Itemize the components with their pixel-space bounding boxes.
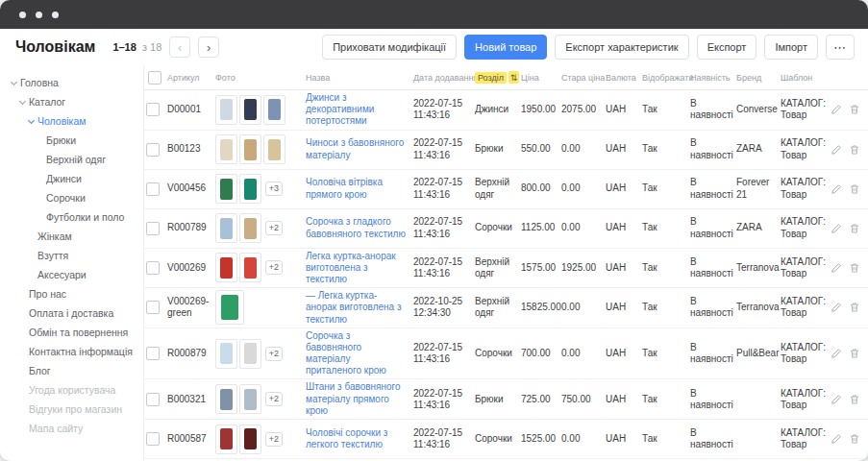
column-header-name[interactable]: Назва <box>306 73 413 83</box>
product-name-link[interactable]: — Легка куртка-анорак виготовлена з текс… <box>306 290 402 324</box>
edit-icon[interactable] <box>831 223 842 234</box>
sidebar-item[interactable]: Каталог <box>4 92 139 111</box>
product-photo[interactable] <box>215 384 237 414</box>
column-header-old_price[interactable]: Стара ціна <box>561 73 606 83</box>
row-checkbox[interactable] <box>146 347 160 360</box>
product-photo[interactable] <box>263 95 285 125</box>
product-photo[interactable] <box>215 213 237 243</box>
more-photos-badge[interactable]: +3 <box>265 182 283 196</box>
more-photos-badge[interactable]: +2 <box>265 260 283 275</box>
window-control-dot[interactable] <box>19 12 26 18</box>
window-control-dot[interactable] <box>36 12 42 18</box>
edit-icon[interactable] <box>831 348 842 359</box>
delete-icon[interactable] <box>849 348 860 359</box>
delete-icon[interactable] <box>849 223 860 234</box>
select-all-checkbox[interactable] <box>148 71 161 85</box>
edit-icon[interactable] <box>831 183 842 195</box>
delete-icon[interactable] <box>849 394 860 405</box>
product-photo[interactable] <box>239 425 261 454</box>
row-checkbox[interactable] <box>146 103 160 116</box>
sidebar-item[interactable]: Про нас <box>4 284 139 303</box>
row-checkbox[interactable] <box>146 432 160 446</box>
row-checkbox[interactable] <box>146 182 160 196</box>
import-button[interactable]: Імпорт <box>764 35 818 60</box>
sidebar-item[interactable]: Контактна інформація <box>4 342 139 361</box>
column-header-section[interactable]: Розділ⇅ <box>475 71 521 84</box>
product-photo[interactable] <box>239 134 261 164</box>
column-header-stock[interactable]: Наявність <box>690 73 736 83</box>
edit-icon[interactable] <box>831 302 842 313</box>
column-header-photo[interactable]: Фото <box>215 73 306 83</box>
delete-icon[interactable] <box>849 302 860 313</box>
product-photo[interactable] <box>239 174 261 204</box>
column-header-brand[interactable]: Бренд <box>736 73 781 83</box>
product-photo[interactable] <box>239 384 261 414</box>
sidebar-item[interactable]: Головна <box>4 73 139 92</box>
product-photo[interactable] <box>215 253 237 282</box>
product-photo[interactable] <box>215 290 244 325</box>
edit-icon[interactable] <box>831 104 842 115</box>
delete-icon[interactable] <box>849 104 860 115</box>
column-header-price[interactable]: Ціна <box>521 73 561 83</box>
product-photo[interactable] <box>263 134 285 164</box>
column-header-sku[interactable]: Артикул <box>167 73 215 83</box>
row-checkbox[interactable] <box>146 143 160 157</box>
column-header-show[interactable]: Відображати <box>642 73 690 83</box>
export-characteristics-button[interactable]: Експорт характеристик <box>555 35 688 60</box>
edit-icon[interactable] <box>831 262 842 274</box>
sidebar-item[interactable]: Джинси <box>4 169 139 188</box>
window-control-dot[interactable] <box>52 12 59 18</box>
product-photo[interactable] <box>239 95 261 125</box>
row-checkbox[interactable] <box>146 261 160 275</box>
hide-modifications-button[interactable]: Приховати модифікації <box>322 35 457 60</box>
sidebar-item[interactable]: Брюки <box>4 131 139 150</box>
product-name-link[interactable]: Легка куртка-анорак виготовлена з тексти… <box>306 251 396 284</box>
more-photos-badge[interactable]: +2 <box>265 221 283 235</box>
product-photo[interactable] <box>215 339 237 369</box>
next-page-button[interactable]: › <box>198 36 219 58</box>
product-photo[interactable] <box>215 95 237 125</box>
product-name-link[interactable]: Сорочка з гладкого бавовняного текстилю <box>306 216 406 238</box>
product-photo[interactable] <box>239 213 261 243</box>
product-name-link[interactable]: Чоловіча вітрівка прямого крою <box>306 177 383 199</box>
product-photo[interactable] <box>215 134 237 164</box>
sidebar-item[interactable]: Жінкам <box>4 227 139 246</box>
product-name-link[interactable]: Чиноси з бавовняного матеріалу <box>306 137 404 159</box>
product-name-link[interactable]: Джинси з декоративними потертостями <box>306 92 374 126</box>
product-name-link[interactable]: Штани з бавовняного матеріалу прямого кр… <box>306 381 401 415</box>
sidebar-item[interactable]: Чоловікам <box>4 111 139 131</box>
product-name-link[interactable]: Сорочка з бавовняного матеріалу притален… <box>306 330 386 376</box>
more-photos-badge[interactable]: +2 <box>265 392 283 406</box>
sidebar-item[interactable]: Відгуки про магазин <box>4 400 139 419</box>
product-photo[interactable] <box>215 174 237 204</box>
edit-icon[interactable] <box>831 144 842 156</box>
more-photos-badge[interactable]: +2 <box>265 432 283 447</box>
sidebar-item[interactable]: Футболки и поло <box>4 207 139 227</box>
sidebar-item[interactable]: Блог <box>4 361 139 380</box>
more-photos-badge[interactable]: +2 <box>265 347 283 361</box>
edit-icon[interactable] <box>831 433 842 445</box>
sidebar-item[interactable]: Угода користувача <box>4 380 139 400</box>
column-header-currency[interactable]: Валюта <box>606 73 642 83</box>
prev-page-button[interactable]: ‹ <box>169 36 190 58</box>
column-header-template[interactable]: Шаблон <box>781 73 829 83</box>
product-photo[interactable] <box>215 425 237 454</box>
product-photo[interactable] <box>239 339 261 369</box>
delete-icon[interactable] <box>849 183 860 195</box>
sidebar-item[interactable]: Обмін та повернення <box>4 323 139 342</box>
sidebar-item[interactable]: Мапа сайту <box>4 419 139 438</box>
product-photo[interactable] <box>239 253 261 282</box>
sidebar-item[interactable]: Аксесуари <box>4 265 139 284</box>
sidebar-item[interactable]: Сорочки <box>4 188 139 207</box>
column-header-date[interactable]: Дата додавання <box>413 73 475 83</box>
delete-icon[interactable] <box>849 144 860 156</box>
row-checkbox[interactable] <box>146 222 160 235</box>
sort-icon[interactable]: ⇅ <box>508 71 519 84</box>
edit-icon[interactable] <box>831 394 842 405</box>
product-name-link[interactable]: Чоловічі сорочки з легкого текстилю <box>306 427 387 449</box>
more-button[interactable]: ⋯ <box>826 35 855 60</box>
sidebar-item[interactable]: Оплата і доставка <box>4 303 139 323</box>
delete-icon[interactable] <box>849 433 860 445</box>
sidebar-item[interactable]: Взуття <box>4 246 139 265</box>
sidebar-item[interactable]: Верхній одяг <box>4 150 139 169</box>
